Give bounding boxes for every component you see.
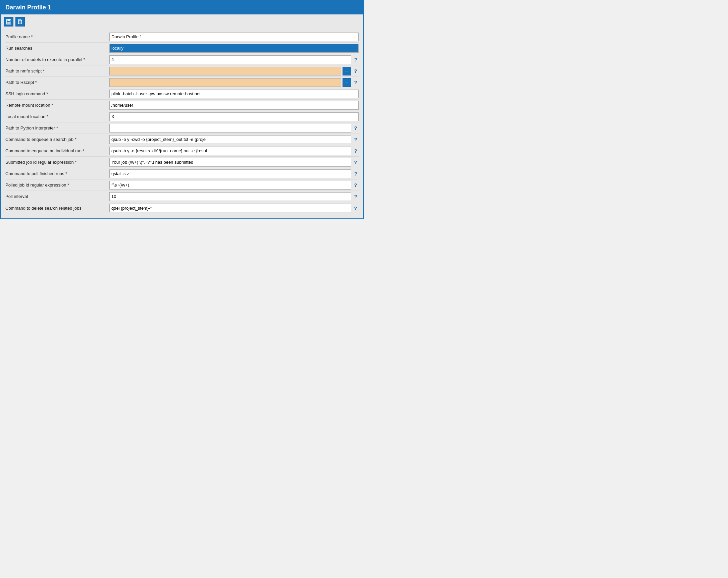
form-row-polled-job-regex: Polled job id regular expression *? — [5, 180, 359, 191]
input-remote-mount[interactable] — [109, 101, 359, 110]
help-btn-rscript[interactable]: ? — [353, 79, 359, 85]
input-col-profile-name — [109, 32, 359, 41]
input-col-poll-finished: ? — [109, 169, 359, 178]
svg-rect-8 — [19, 21, 22, 24]
label-delete-jobs: Command to delete search related jobs — [5, 206, 109, 211]
form-row-python-interpreter: Path to Python interpreter *? — [5, 123, 359, 134]
label-ssh-login: SSH login command * — [5, 91, 109, 96]
toolbar — [1, 15, 363, 29]
form-area: Profile name *Run searchesNumber of mode… — [1, 29, 363, 218]
copy-button[interactable] — [16, 17, 25, 26]
input-rscript[interactable] — [109, 78, 341, 87]
help-btn-enqueue-search[interactable]: ? — [353, 136, 359, 142]
label-enqueue-run: Command to enqueue an individual run * — [5, 148, 109, 153]
label-job-id-regex: Submitted job id regular expression * — [5, 160, 109, 165]
input-col-job-id-regex: ? — [109, 158, 359, 167]
input-profile-name[interactable] — [109, 32, 359, 41]
input-poll-finished[interactable] — [109, 169, 351, 178]
input-col-enqueue-run: ? — [109, 147, 359, 155]
input-col-polled-job-regex: ? — [109, 181, 359, 189]
browse-btn-nmfe-script[interactable]: ··· — [342, 67, 351, 76]
input-polled-job-regex[interactable] — [109, 181, 351, 189]
input-enqueue-search[interactable] — [109, 135, 351, 144]
input-col-poll-interval: ? — [109, 192, 359, 201]
label-local-mount: Local mount location * — [5, 114, 109, 119]
save-icon — [6, 19, 12, 25]
input-poll-interval[interactable] — [109, 192, 351, 201]
input-col-nmfe-script: ···? — [109, 67, 359, 76]
label-remote-mount: Remote mount location * — [5, 103, 109, 108]
form-row-remote-mount: Remote mount location * — [5, 100, 359, 111]
input-parallel-models[interactable] — [109, 55, 351, 64]
input-nmfe-script[interactable] — [109, 67, 341, 76]
input-ssh-login[interactable] — [109, 89, 359, 98]
title-bar: Darwin Profile 1 — [1, 1, 363, 15]
browse-btn-rscript[interactable]: ··· — [342, 78, 351, 87]
input-col-python-interpreter: ? — [109, 124, 359, 132]
help-btn-parallel-models[interactable]: ? — [353, 57, 359, 62]
label-enqueue-search: Command to enqueue a search job * — [5, 137, 109, 142]
form-row-nmfe-script: Path to nmfe script *···? — [5, 65, 359, 77]
form-row-poll-interval: Poll interval? — [5, 191, 359, 202]
label-python-interpreter: Path to Python interpreter * — [5, 126, 109, 131]
main-window: Darwin Profile 1 Profile name *Run searc… — [0, 0, 364, 219]
copy-icon — [17, 19, 23, 25]
help-btn-poll-finished[interactable]: ? — [353, 171, 359, 177]
input-run-searches[interactable] — [109, 44, 359, 53]
help-btn-delete-jobs[interactable]: ? — [353, 205, 359, 211]
form-row-delete-jobs: Command to delete search related jobs? — [5, 202, 359, 214]
help-btn-nmfe-script[interactable]: ? — [353, 68, 359, 74]
label-parallel-models: Number of models to execute in parallel … — [5, 57, 109, 62]
form-row-profile-name: Profile name * — [5, 31, 359, 43]
input-col-ssh-login — [109, 89, 359, 98]
form-row-job-id-regex: Submitted job id regular expression *? — [5, 157, 359, 168]
input-local-mount[interactable] — [109, 112, 359, 121]
form-row-enqueue-search: Command to enqueue a search job *? — [5, 134, 359, 145]
label-poll-finished: Command to poll finished runs * — [5, 171, 109, 176]
svg-rect-1 — [7, 20, 10, 21]
save-button[interactable] — [4, 17, 14, 26]
svg-rect-3 — [7, 23, 10, 24]
form-row-rscript: Path to Rscript *···? — [5, 77, 359, 88]
form-row-run-searches: Run searches — [5, 43, 359, 54]
label-poll-interval: Poll interval — [5, 194, 109, 199]
form-row-ssh-login: SSH login command * — [5, 88, 359, 100]
input-enqueue-run[interactable] — [109, 147, 351, 155]
form-rows: Profile name *Run searchesNumber of mode… — [5, 31, 359, 214]
input-col-remote-mount — [109, 101, 359, 110]
form-row-poll-finished: Command to poll finished runs *? — [5, 168, 359, 180]
input-col-delete-jobs: ? — [109, 204, 359, 212]
label-polled-job-regex: Polled job id regular expression * — [5, 183, 109, 187]
label-profile-name: Profile name * — [5, 34, 109, 39]
label-rscript: Path to Rscript * — [5, 80, 109, 85]
input-col-local-mount — [109, 112, 359, 121]
window-title: Darwin Profile 1 — [5, 4, 51, 11]
label-run-searches: Run searches — [5, 46, 109, 51]
input-delete-jobs[interactable] — [109, 204, 351, 212]
help-btn-python-interpreter[interactable]: ? — [353, 125, 359, 131]
label-nmfe-script: Path to nmfe script * — [5, 69, 109, 74]
input-col-run-searches — [109, 44, 359, 53]
help-btn-polled-job-regex[interactable]: ? — [353, 182, 359, 188]
help-btn-job-id-regex[interactable]: ? — [353, 159, 359, 165]
input-col-enqueue-search: ? — [109, 135, 359, 144]
input-job-id-regex[interactable] — [109, 158, 351, 167]
help-btn-poll-interval[interactable]: ? — [353, 193, 359, 199]
input-col-parallel-models: ? — [109, 55, 359, 64]
form-row-parallel-models: Number of models to execute in parallel … — [5, 54, 359, 65]
input-python-interpreter[interactable] — [109, 124, 351, 132]
form-row-local-mount: Local mount location * — [5, 111, 359, 123]
input-col-rscript: ···? — [109, 78, 359, 87]
form-row-enqueue-run: Command to enqueue an individual run *? — [5, 145, 359, 157]
help-btn-enqueue-run[interactable]: ? — [353, 148, 359, 154]
